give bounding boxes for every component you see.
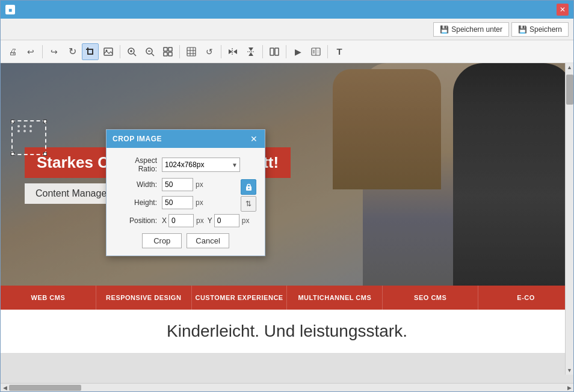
svg-marker-22 — [229, 49, 232, 54]
text-button[interactable]: T — [331, 43, 348, 60]
aspect-ratio-label: Aspect Ratio: — [115, 156, 157, 173]
save-as-label: Speichern unter — [451, 25, 502, 34]
y-input[interactable] — [214, 214, 239, 227]
save-as-button[interactable]: 💾 Speichern unter — [433, 22, 509, 37]
svg-marker-25 — [248, 52, 253, 56]
undo-button[interactable]: ↩ — [22, 43, 39, 60]
zoom-out-icon — [145, 47, 155, 57]
lock-ratio-button[interactable] — [241, 179, 256, 195]
mirror-button[interactable] — [307, 43, 324, 60]
scroll-h-track — [9, 385, 565, 391]
toolbar-sep-6 — [286, 45, 286, 58]
title-bar-left: ■ — [5, 5, 15, 14]
image-button[interactable] — [100, 43, 117, 60]
nav-item-webcms[interactable]: WEB CMS — [1, 286, 96, 310]
zoom-fit-button[interactable] — [159, 43, 176, 60]
handle-br[interactable] — [43, 152, 47, 156]
svg-line-12 — [152, 54, 154, 56]
crop-button[interactable]: Crop — [142, 233, 182, 248]
flip-h-button[interactable] — [224, 43, 241, 60]
crop-icon — [85, 47, 95, 57]
app-icon: ■ — [5, 5, 15, 14]
mirror-icon — [311, 47, 321, 57]
nav-item-customer[interactable]: CUSTOMER EXPERIENCE — [192, 286, 288, 310]
grid-icon — [187, 47, 196, 57]
toolbar-sep-4 — [221, 45, 221, 58]
handle-bl[interactable] — [11, 152, 14, 156]
svg-rect-13 — [164, 47, 167, 51]
dialog-close-button[interactable]: ✕ — [249, 134, 259, 144]
crop-dialog: CROP IMAGE ✕ Aspect Ratio: 1024x768px — [106, 129, 265, 256]
aspect-ratio-wrapper: 1024x768px 800x600px 1920x1080px Free ▼ — [162, 158, 240, 172]
svg-rect-15 — [164, 52, 167, 56]
zoom-in-icon — [127, 47, 137, 57]
nav-item-responsive[interactable]: RESPONSIVE DESIGN — [96, 286, 192, 310]
panels-button[interactable] — [266, 43, 283, 60]
flip-h-icon — [228, 47, 238, 57]
svg-rect-14 — [168, 47, 172, 51]
save-label: Speichern — [529, 25, 562, 34]
width-unit: px — [196, 180, 203, 189]
svg-marker-24 — [248, 47, 253, 51]
y-unit: px — [242, 216, 250, 225]
save-button[interactable]: 💾 Speichern — [511, 22, 569, 37]
svg-rect-31 — [317, 50, 319, 54]
flip-v-button[interactable] — [242, 43, 259, 60]
toolbar: 🖨 ↩ ↪ ↻ — [1, 40, 573, 63]
svg-rect-0 — [87, 47, 88, 54]
x-unit: px — [196, 216, 204, 225]
grid-dots — [17, 125, 33, 132]
dialog-footer: Crop Cancel — [115, 233, 256, 248]
svg-marker-23 — [233, 49, 237, 54]
scroll-left-arrow[interactable]: ◀ — [1, 384, 9, 392]
scroll-up-arrow[interactable]: ▲ — [566, 63, 573, 72]
close-button[interactable]: ✕ — [557, 4, 569, 16]
scroll-thumb[interactable] — [566, 75, 573, 105]
x-input[interactable] — [168, 214, 194, 227]
refresh-button[interactable]: ↻ — [64, 43, 81, 60]
svg-rect-27 — [275, 48, 279, 55]
nav-item-ecommerce[interactable]: E-CO — [478, 286, 573, 310]
lock-swap-group: ⇅ — [241, 179, 256, 212]
svg-point-33 — [248, 188, 249, 189]
handle-tr[interactable] — [43, 120, 47, 123]
width-input[interactable] — [162, 178, 193, 191]
toolbar-sep-7 — [327, 45, 328, 58]
arrow-button[interactable]: ▶ — [289, 43, 306, 60]
aspect-ratio-select[interactable]: 1024x768px 800x600px 1920x1080px Free — [162, 158, 240, 172]
scroll-track — [566, 72, 573, 366]
canvas-area: Starkes CMS für starken Auftritt! Conten… — [1, 63, 573, 383]
handle-tl[interactable] — [11, 120, 14, 123]
scroll-right-arrow[interactable]: ▶ — [565, 384, 573, 392]
svg-rect-2 — [92, 49, 93, 55]
title-bar: ■ ✕ — [1, 1, 573, 19]
position-row: Position: X px Y px — [115, 214, 256, 227]
aspect-ratio-row: Aspect Ratio: 1024x768px 800x600px 1920x… — [115, 156, 256, 173]
scroll-h-thumb[interactable] — [9, 385, 81, 391]
toolbar-sep-1 — [42, 45, 43, 58]
dialog-body: Aspect Ratio: 1024x768px 800x600px 1920x… — [106, 148, 265, 256]
redo-button[interactable]: ↪ — [46, 43, 63, 60]
y-label: Y — [208, 216, 212, 225]
print-button[interactable]: 🖨 — [4, 43, 21, 60]
zoom-in-button[interactable] — [123, 43, 140, 60]
height-input[interactable] — [162, 196, 193, 209]
svg-rect-16 — [168, 52, 172, 56]
svg-rect-30 — [313, 50, 315, 54]
nav-item-multichannel[interactable]: MULTICHANNEL CMS — [287, 286, 383, 310]
flip-v-icon — [246, 47, 256, 57]
scroll-down-arrow[interactable]: ▼ — [566, 366, 573, 375]
swap-dimensions-button[interactable]: ⇅ — [241, 196, 256, 212]
svg-rect-17 — [187, 47, 196, 56]
cancel-button[interactable]: Cancel — [187, 233, 229, 248]
width-row: Width: px — [115, 178, 237, 191]
horizontal-scrollbar: ◀ ▶ — [1, 383, 573, 391]
width-label: Width: — [115, 180, 157, 189]
rotate-button[interactable]: ↺ — [201, 43, 218, 60]
crop-tool-button[interactable] — [82, 43, 99, 60]
nav-item-seo[interactable]: SEO CMS — [383, 286, 478, 310]
dialog-header: CROP IMAGE ✕ — [106, 130, 265, 148]
grid-button[interactable] — [183, 43, 200, 60]
height-row: Height: px — [115, 196, 237, 209]
zoom-out-button[interactable] — [141, 43, 158, 60]
